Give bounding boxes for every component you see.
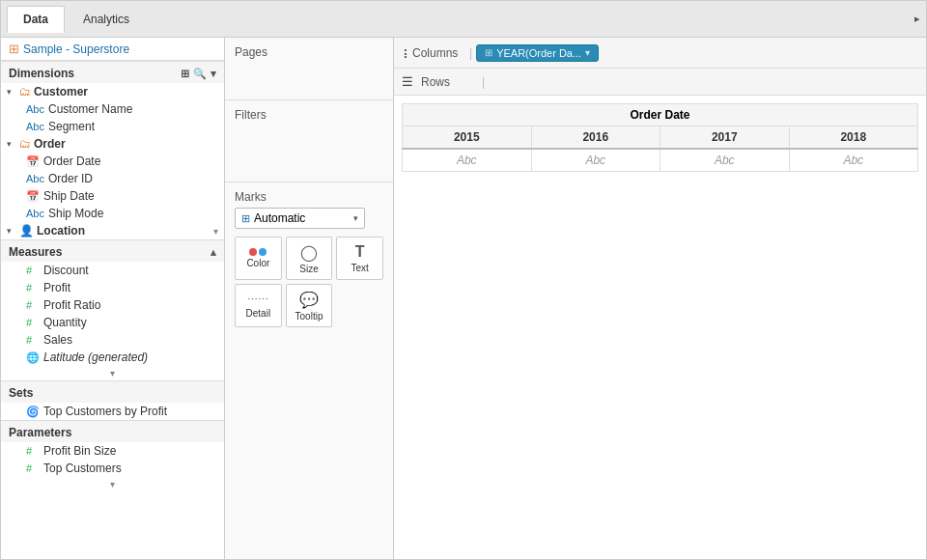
item-label-segment: Segment bbox=[48, 120, 95, 133]
group-location-header[interactable]: ▾ 👤 Location ▾ bbox=[1, 222, 224, 239]
tab-bar: Data Analytics ▸ bbox=[1, 1, 926, 38]
canvas-area: Order Date 2015 2016 2017 2018 Abc Abc bbox=[394, 96, 926, 559]
folder-customer-icon: 🗂 bbox=[19, 85, 31, 98]
group-customer-label: Customer bbox=[34, 85, 88, 98]
item-label-order-id: Order ID bbox=[48, 172, 93, 185]
hash-icon-profit-bin: # bbox=[26, 445, 40, 457]
order-date-header: Order Date bbox=[403, 104, 918, 126]
scroll-indicator-params: ▾ bbox=[1, 477, 224, 491]
item-label-top-customers: Top Customers by Profit bbox=[43, 405, 167, 418]
item-top-customers-param[interactable]: # Top Customers bbox=[1, 460, 224, 477]
pages-content bbox=[235, 63, 383, 92]
tab-analytics[interactable]: Analytics bbox=[67, 6, 146, 33]
middle-panel: Pages Filters Marks ⊞ Automatic ▾ bbox=[225, 38, 394, 559]
chevron-customer: ▾ bbox=[7, 87, 16, 97]
columns-toolbar: ⫶ Columns | ⊞ YEAR(Order Da... ▾ bbox=[394, 38, 926, 69]
rows-divider: | bbox=[482, 75, 485, 89]
table-row: Abc Abc Abc Abc bbox=[403, 149, 918, 172]
mark-detail-button[interactable]: ⋯⋯ Detail bbox=[235, 284, 282, 327]
group-location: ▾ 👤 Location ▾ bbox=[1, 222, 224, 239]
item-label-quantity: Quantity bbox=[43, 316, 87, 329]
marks-dropdown-icon: ⊞ bbox=[241, 212, 250, 225]
dimensions-grid-icon[interactable]: ⊞ bbox=[181, 68, 189, 80]
item-order-id[interactable]: Abc Order ID bbox=[1, 170, 224, 187]
item-label-ship-mode: Ship Mode bbox=[48, 207, 103, 220]
item-segment[interactable]: Abc Segment bbox=[1, 118, 224, 135]
detail-icon: ⋯⋯ bbox=[247, 294, 268, 306]
color-icon bbox=[249, 248, 267, 256]
text-icon-order-id: Abc bbox=[26, 173, 44, 184]
group-customer-header[interactable]: ▾ 🗂 Customer bbox=[1, 83, 224, 100]
text-icon-ship-mode: Abc bbox=[26, 208, 44, 219]
mark-color-button[interactable]: Color bbox=[235, 237, 282, 280]
item-profit[interactable]: # Profit bbox=[1, 279, 224, 296]
item-sales[interactable]: # Sales bbox=[1, 331, 224, 349]
item-profit-bin[interactable]: # Profit Bin Size bbox=[1, 442, 224, 460]
datasource-icon: ⊞ bbox=[9, 42, 19, 56]
group-location-label: Location bbox=[37, 224, 85, 238]
tooltip-label: Tooltip bbox=[295, 311, 323, 322]
item-label-profit: Profit bbox=[43, 281, 70, 294]
pill-close-icon[interactable]: ▾ bbox=[585, 47, 590, 58]
dimensions-icons: ⊞ 🔍 ▾ bbox=[181, 68, 216, 80]
group-order-header[interactable]: ▾ 🗂 Order bbox=[1, 135, 224, 153]
canvas-panel: ⫶ Columns | ⊞ YEAR(Order Da... ▾ ☰ Rows … bbox=[394, 38, 926, 559]
year-2016: 2016 bbox=[531, 126, 660, 150]
detail-label: Detail bbox=[246, 308, 271, 319]
folder-order-icon: 🗂 bbox=[19, 137, 31, 151]
size-label: Size bbox=[299, 264, 318, 274]
filters-content bbox=[235, 126, 383, 174]
marks-dropdown-label: Automatic bbox=[254, 211, 350, 225]
item-label-discount: Discount bbox=[43, 264, 89, 277]
item-ship-date[interactable]: 📅 Ship Date bbox=[1, 187, 224, 205]
item-label-customer-name: Customer Name bbox=[48, 102, 132, 116]
data-table: Order Date 2015 2016 2017 2018 Abc Abc bbox=[402, 103, 918, 172]
datasource-bar[interactable]: ⊞ Sample - Superstore bbox=[1, 38, 224, 61]
measures-expand-icon[interactable]: ▴ bbox=[211, 246, 216, 259]
mark-size-button[interactable]: ◯ Size bbox=[286, 237, 333, 280]
item-quantity[interactable]: # Quantity bbox=[1, 314, 224, 331]
measures-icons: ▴ bbox=[211, 246, 216, 259]
hash-icon-sales: # bbox=[26, 334, 40, 346]
dimensions-expand-icon[interactable]: ▾ bbox=[211, 68, 216, 80]
pages-label: Pages bbox=[235, 45, 383, 59]
text-icon-segment: Abc bbox=[26, 121, 44, 132]
parameters-header: Parameters bbox=[1, 420, 224, 442]
marks-type-dropdown[interactable]: ⊞ Automatic ▾ bbox=[235, 208, 365, 229]
item-label-latitude: Latitude (generated) bbox=[43, 350, 148, 364]
item-label-ship-date: Ship Date bbox=[43, 189, 95, 203]
item-discount[interactable]: # Discount bbox=[1, 262, 224, 279]
item-label-top-customers-param: Top Customers bbox=[43, 462, 122, 475]
measures-label: Measures bbox=[9, 245, 62, 259]
globe-icon-latitude: 🌐 bbox=[26, 351, 40, 364]
item-customer-name[interactable]: Abc Customer Name bbox=[1, 100, 224, 118]
columns-pill[interactable]: ⊞ YEAR(Order Da... ▾ bbox=[476, 44, 599, 62]
parameters-label: Parameters bbox=[9, 426, 71, 439]
mark-tooltip-button[interactable]: 💬 Tooltip bbox=[286, 284, 333, 327]
dimensions-header: Dimensions ⊞ 🔍 ▾ bbox=[1, 61, 224, 83]
item-ship-mode[interactable]: Abc Ship Mode bbox=[1, 205, 224, 222]
item-latitude[interactable]: 🌐 Latitude (generated) bbox=[1, 349, 224, 366]
dimensions-label: Dimensions bbox=[9, 67, 74, 80]
dimensions-search-icon[interactable]: 🔍 bbox=[193, 68, 207, 80]
tab-arrow[interactable]: ▸ bbox=[914, 13, 920, 25]
folder-location-icon: 👤 bbox=[19, 224, 34, 238]
mark-text-button[interactable]: T Text bbox=[336, 237, 383, 280]
group-order: ▾ 🗂 Order 📅 Order Date Abc Order ID 📅 Sh… bbox=[1, 135, 224, 222]
hash-icon-discount: # bbox=[26, 265, 40, 276]
item-top-customers[interactable]: 🌀 Top Customers by Profit bbox=[1, 403, 224, 420]
tab-data[interactable]: Data bbox=[7, 6, 65, 33]
hash-icon-top-customers: # bbox=[26, 462, 40, 474]
year-2017: 2017 bbox=[660, 126, 790, 150]
item-profit-ratio[interactable]: # Profit Ratio bbox=[1, 296, 224, 314]
filters-label: Filters bbox=[235, 108, 383, 122]
rows-toolbar: ☰ Rows | bbox=[394, 69, 926, 96]
measures-header: Measures ▴ bbox=[1, 239, 224, 262]
chevron-order: ▾ bbox=[7, 139, 16, 149]
sidebar: ⊞ Sample - Superstore Dimensions ⊞ 🔍 ▾ ▾… bbox=[1, 38, 225, 559]
item-order-date[interactable]: 📅 Order Date bbox=[1, 153, 224, 170]
pill-calendar-icon: ⊞ bbox=[485, 47, 492, 58]
hash-icon-quantity: # bbox=[26, 317, 40, 328]
datasource-label: Sample - Superstore bbox=[23, 42, 129, 56]
columns-shelf: ⫶ Columns | ⊞ YEAR(Order Da... ▾ bbox=[402, 44, 918, 62]
